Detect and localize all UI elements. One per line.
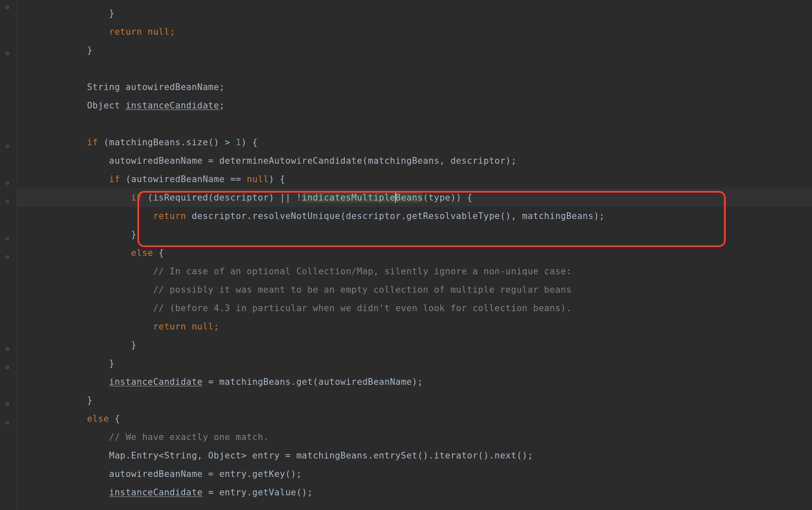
code-line[interactable]: instanceCandidate = entry.getValue(); [17,483,812,502]
code-line[interactable]: // In case of an optional Collection/Map… [17,262,812,281]
fold-mark-icon[interactable]: ⊖ [5,180,11,186]
code-line[interactable]: return null; [17,23,812,41]
code-line[interactable]: Map.Entry<String, Object> entry = matchi… [17,446,812,465]
code-line[interactable]: else { [17,410,812,428]
code-line-cursor[interactable]: if (isRequired(descriptor) || !indicates… [17,188,812,207]
fold-mark-icon[interactable]: ⊖ [5,254,11,260]
text-caret [395,191,396,203]
code-line[interactable]: autowiredBeanName = determineAutowireCan… [17,152,812,170]
fold-mark-icon[interactable]: ⊖ [5,198,11,204]
code-line[interactable]: // We have exactly one match. [17,428,812,446]
code-line[interactable]: } [17,225,812,244]
code-line[interactable]: autowiredBeanName = entry.getKey(); [17,465,812,483]
code-line[interactable]: // possibly it was meant to be an empty … [17,281,812,299]
code-line[interactable]: Object instanceCandidate; [17,96,812,115]
gutter: ⊟ ⊟ ⊖ ⊖ ⊖ ⊟ ⊖ ⊟ ⊟ ⊟ ⊖ [0,0,17,510]
fold-mark-icon[interactable]: ⊟ [5,50,11,56]
fold-mark-icon[interactable]: ⊟ [5,364,11,370]
code-line[interactable]: } [17,4,812,23]
fold-mark-icon[interactable]: ⊟ [5,235,11,241]
code-line[interactable]: } [17,336,812,354]
code-line[interactable]: if (matchingBeans.size() > 1) { [17,133,812,152]
code-line[interactable]: // (before 4.3 in particular when we did… [17,299,812,317]
code-line[interactable]: return null; [17,317,812,336]
code-line[interactable] [17,115,812,133]
code-line[interactable]: String autowiredBeanName; [17,78,812,96]
fold-mark-icon[interactable]: ⊟ [5,4,11,10]
code-line[interactable]: raiseNoMatchingBeanFound(type, descripto… [17,0,812,4]
code-line[interactable]: else { [17,244,812,262]
identifier-highlight: Beans [396,193,423,203]
code-line[interactable]: return descriptor.resolveNotUnique(descr… [17,207,812,225]
code-line[interactable]: if (autowiredBeanName == null) { [17,170,812,188]
code-line[interactable]: } [17,354,812,373]
code-line[interactable] [17,59,812,78]
identifier-highlight: indicatesMultiple [302,193,395,203]
code-area[interactable]: raiseNoMatchingBeanFound(type, descripto… [17,0,812,510]
fold-mark-icon[interactable]: ⊖ [5,420,11,425]
code-line[interactable]: instanceCandidate = matchingBeans.get(au… [17,373,812,391]
code-line[interactable]: } [17,41,812,59]
code-line[interactable]: } [17,391,812,410]
fold-mark-icon[interactable]: ⊟ [5,401,11,407]
fold-mark-icon[interactable]: ⊖ [5,143,11,149]
fold-mark-icon[interactable]: ⊟ [5,346,11,352]
code-editor[interactable]: ⊟ ⊟ ⊖ ⊖ ⊖ ⊟ ⊖ ⊟ ⊟ ⊟ ⊖ raiseNoMatchingBea… [0,0,812,510]
